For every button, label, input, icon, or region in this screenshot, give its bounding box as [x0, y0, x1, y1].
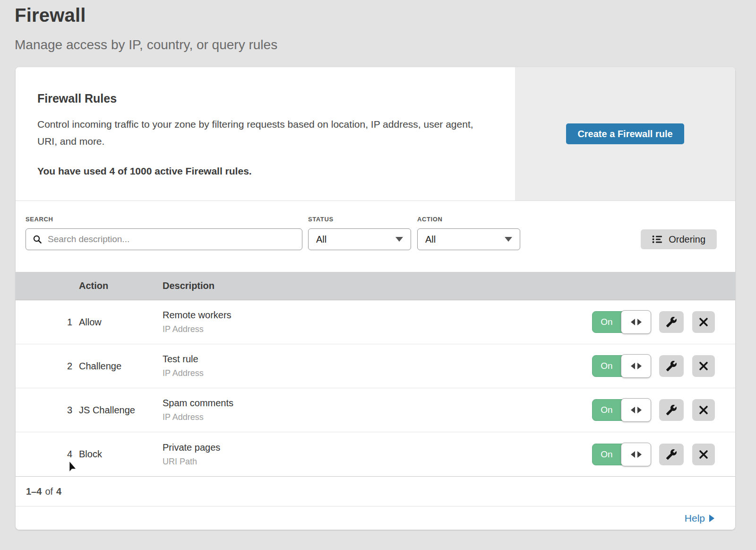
chevron-down-icon	[505, 237, 512, 242]
search-box[interactable]	[26, 228, 302, 250]
table-header-action: Action	[79, 280, 163, 291]
rule-description-cell: Remote workers IP Address	[163, 310, 592, 334]
toggle-on-label: On	[593, 400, 621, 420]
action-selected-value: All	[425, 234, 436, 245]
help-arrow-icon	[709, 515, 714, 522]
filters-bar: SEARCH STATUS All ACTION All	[16, 201, 735, 272]
rule-controls: On	[592, 399, 735, 421]
left-arrow-icon	[631, 451, 635, 458]
right-arrow-icon	[637, 363, 642, 369]
rule-match-type: IP Address	[163, 412, 592, 422]
rule-enabled-toggle[interactable]: On	[592, 444, 651, 465]
list-icon	[652, 235, 662, 244]
status-select[interactable]: All	[308, 228, 411, 250]
rule-description: Test rule	[163, 354, 592, 365]
create-rule-panel: Create a Firewall rule	[515, 67, 735, 201]
rules-title: Firewall Rules	[37, 92, 487, 105]
chevron-down-icon	[395, 237, 403, 242]
page-header: Firewall Manage access by IP, country, o…	[0, 0, 756, 52]
rule-action: JS Challenge	[79, 405, 163, 416]
rule-number: 3	[16, 405, 79, 416]
pagination-range: 1–4	[26, 486, 42, 497]
rule-description-cell: Test rule IP Address	[163, 354, 592, 378]
ordering-button[interactable]: Ordering	[641, 229, 717, 249]
table-row: 3 JS Challenge Spam comments IP Address …	[16, 388, 735, 432]
action-label: ACTION	[417, 216, 520, 223]
rules-table-body: 1 Allow Remote workers IP Address On	[16, 300, 735, 476]
wrench-icon	[666, 404, 677, 416]
toggle-handle[interactable]	[621, 310, 651, 334]
rules-description: Control incoming traffic to your zone by…	[37, 116, 482, 150]
toggle-handle[interactable]	[621, 354, 651, 378]
wrench-icon	[666, 449, 677, 460]
left-arrow-icon	[631, 407, 635, 413]
edit-rule-button[interactable]	[659, 311, 684, 333]
rule-controls: On	[592, 311, 735, 333]
delete-rule-button[interactable]	[692, 399, 715, 421]
rule-description: Spam comments	[163, 398, 592, 409]
left-arrow-icon	[631, 363, 635, 369]
rule-match-type: URI Path	[163, 457, 592, 467]
help-link-label: Help	[685, 513, 705, 524]
help-link[interactable]: Help	[685, 513, 714, 524]
table-row: 1 Allow Remote workers IP Address On	[16, 300, 735, 344]
search-icon	[33, 235, 42, 244]
delete-rule-button[interactable]	[692, 355, 715, 377]
rule-controls: On	[592, 444, 735, 465]
rule-action: Allow	[79, 317, 163, 328]
status-label: STATUS	[308, 216, 411, 223]
rule-action: Challenge	[79, 361, 163, 372]
table-header-description: Description	[163, 280, 735, 291]
action-filter-group: ACTION All	[417, 216, 520, 250]
x-icon	[698, 317, 709, 327]
rule-enabled-toggle[interactable]: On	[592, 355, 651, 377]
create-firewall-rule-button[interactable]: Create a Firewall rule	[566, 123, 684, 144]
delete-rule-button[interactable]	[692, 311, 715, 333]
rule-controls: On	[592, 355, 735, 377]
pagination-of: of	[45, 486, 53, 497]
pagination: 1–4 of 4	[16, 476, 735, 506]
edit-rule-button[interactable]	[659, 355, 684, 377]
rule-match-type: IP Address	[163, 324, 592, 334]
rule-enabled-toggle[interactable]: On	[592, 399, 651, 421]
card-header: Firewall Rules Control incoming traffic …	[16, 67, 735, 201]
toggle-handle[interactable]	[621, 398, 651, 422]
rule-enabled-toggle[interactable]: On	[592, 311, 651, 333]
page-title: Firewall	[15, 5, 756, 26]
search-input[interactable]	[47, 234, 295, 245]
edit-rule-button[interactable]	[659, 444, 684, 465]
delete-rule-button[interactable]	[692, 444, 715, 465]
action-select[interactable]: All	[417, 228, 520, 250]
toggle-on-label: On	[593, 312, 621, 332]
x-icon	[698, 405, 709, 415]
wrench-icon	[666, 360, 677, 372]
ordering-button-label: Ordering	[669, 234, 705, 245]
page-subtitle: Manage access by IP, country, or query r…	[15, 37, 756, 52]
rule-number: 1	[16, 317, 79, 328]
rule-description-cell: Spam comments IP Address	[163, 398, 592, 422]
status-selected-value: All	[316, 234, 326, 245]
rule-description-cell: Private pages URI Path	[163, 442, 592, 467]
x-icon	[698, 449, 709, 460]
rules-usage-note: You have used 4 of 1000 active Firewall …	[37, 166, 487, 177]
search-filter-group: SEARCH	[26, 216, 302, 250]
right-arrow-icon	[637, 319, 642, 325]
rule-number: 4	[16, 449, 79, 460]
search-label: SEARCH	[26, 216, 302, 223]
rule-number: 2	[16, 361, 79, 372]
card-footer: Help	[16, 506, 735, 530]
rules-summary: Firewall Rules Control incoming traffic …	[16, 67, 515, 201]
rule-action: Block	[79, 449, 163, 460]
status-filter-group: STATUS All	[308, 216, 411, 250]
right-arrow-icon	[637, 407, 642, 413]
toggle-on-label: On	[593, 356, 621, 376]
toggle-on-label: On	[593, 444, 621, 465]
rule-description: Private pages	[163, 442, 592, 453]
rule-description: Remote workers	[163, 310, 592, 321]
x-icon	[698, 361, 709, 371]
table-row: 4 Block Private pages URI Path On	[16, 432, 735, 476]
table-row: 2 Challenge Test rule IP Address On	[16, 344, 735, 388]
toggle-handle[interactable]	[621, 443, 651, 466]
left-arrow-icon	[631, 319, 635, 325]
edit-rule-button[interactable]	[659, 399, 684, 421]
